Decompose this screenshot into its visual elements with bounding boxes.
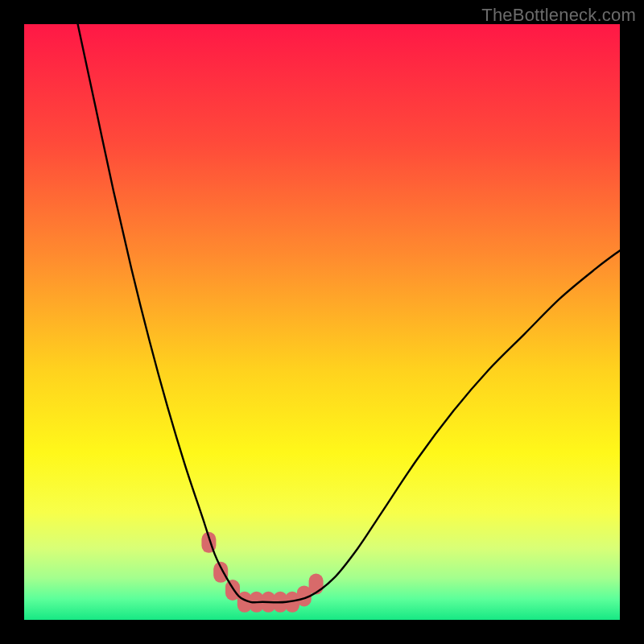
bottleneck-curve — [78, 24, 620, 602]
curve-layer — [24, 24, 620, 620]
plot-area — [24, 24, 620, 620]
chart-frame: TheBottleneck.com — [0, 0, 644, 644]
marker-dot — [213, 562, 228, 583]
watermark-text: TheBottleneck.com — [481, 5, 636, 26]
marker-group — [201, 532, 323, 613]
marker-dot — [309, 574, 324, 595]
